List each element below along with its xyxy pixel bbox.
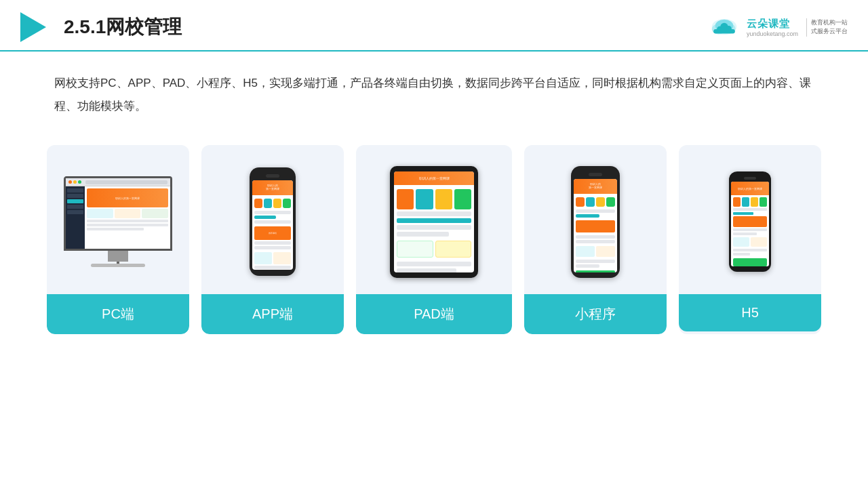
page-title: 2.5.1网校管理 <box>64 14 182 40</box>
pad-device: 职训人的第一堂网课 <box>390 166 478 278</box>
card-h5: 职训人的第一堂网课 <box>679 145 821 334</box>
app-device: 职训人的第一堂网课 推荐课程 <box>250 167 296 276</box>
logo-icon <box>707 14 741 40</box>
svg-point-9 <box>730 29 735 34</box>
logo-area: 云朵课堂 yunduoketang.com 教育机构一站式服务云平台 <box>707 14 848 40</box>
cards-container: 职训人的第一堂网课 <box>0 125 868 348</box>
card-miniprogram-label: 小程序 <box>524 294 667 334</box>
card-pad: 职训人的第一堂网课 <box>356 145 512 334</box>
card-app-image: 职训人的第一堂网课 推荐课程 <box>201 145 344 294</box>
card-h5-image: 职训人的第一堂网课 <box>679 145 821 294</box>
svg-point-8 <box>713 29 718 34</box>
card-app: 职训人的第一堂网课 推荐课程 <box>201 145 344 334</box>
description-text: 网校支持PC、APP、PAD、小程序、H5，实现多端打通，产品各终端自由切换，数… <box>54 77 811 113</box>
card-pc-image: 职训人的第一堂网课 <box>47 145 189 294</box>
card-pad-label: PAD端 <box>356 294 512 334</box>
play-icon <box>20 12 46 42</box>
card-pad-image: 职训人的第一堂网课 <box>356 145 512 294</box>
card-app-label: APP端 <box>201 294 344 334</box>
header-left: 2.5.1网校管理 <box>20 12 182 42</box>
h5-device: 职训人的第一堂网课 <box>729 171 771 272</box>
logo-slogan: 教育机构一站式服务云平台 <box>806 18 848 37</box>
card-miniprogram: 职训人的第一堂网课 <box>524 145 667 334</box>
description: 网校支持PC、APP、PAD、小程序、H5，实现多端打通，产品各终端自由切换，数… <box>0 52 868 125</box>
card-pc: 职训人的第一堂网课 <box>47 145 189 334</box>
logo-text-area: 云朵课堂 yunduoketang.com <box>747 18 798 37</box>
pc-device: 职训人的第一堂网课 <box>60 176 176 267</box>
card-miniprogram-image: 职训人的第一堂网课 <box>524 145 667 294</box>
header: 2.5.1网校管理 云朵课堂 yunduoketang.com 教育机构一站式服… <box>0 0 868 52</box>
miniprogram-device: 职训人的第一堂网课 <box>571 166 620 278</box>
logo-name: 云朵课堂 <box>747 18 790 30</box>
logo-domain: yunduoketang.com <box>747 30 798 37</box>
card-h5-label: H5 <box>679 294 821 331</box>
card-pc-label: PC端 <box>47 294 189 334</box>
